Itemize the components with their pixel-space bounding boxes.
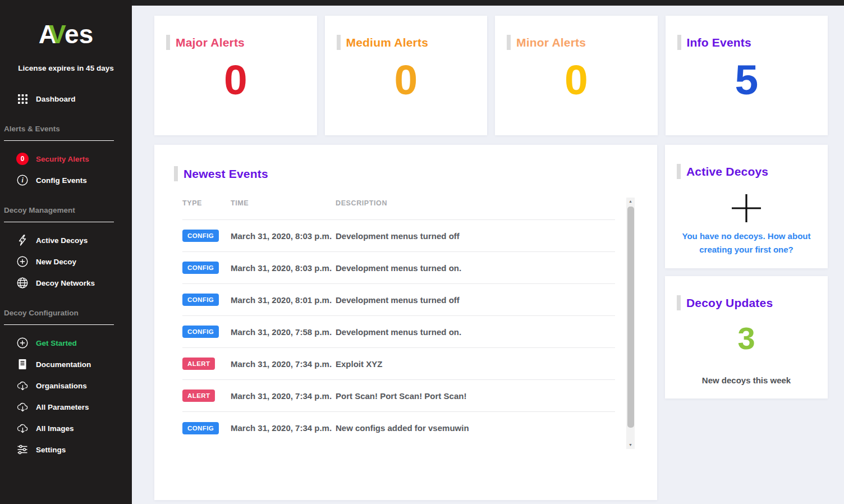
cloud-download-icon [16,379,29,392]
event-time: March 31, 2020, 7:34 p.m. [231,359,336,369]
logo-letters-es: es [65,20,93,49]
plus-circle-icon [16,337,29,349]
active-decoys-title: Active Decoys [686,165,768,178]
sidebar-item-label: Active Decoys [36,236,88,245]
decoy-updates-header: Decoy Updates [665,276,828,310]
events-table-header: TYPE TIME DESCRIPTION [182,199,615,220]
event-row: CONFIGMarch 31, 2020, 8:03 p.m.Developme… [182,252,615,284]
info-icon: i [16,174,29,186]
lightning-icon [16,234,29,246]
grid-icon [16,93,29,105]
event-time: March 31, 2020, 8:01 p.m. [231,295,336,305]
event-time: March 31, 2020, 7:34 p.m. [231,423,336,433]
decoy-updates-card: Decoy Updates 3 New decoys this week [665,276,828,398]
column-header-type: TYPE [182,199,231,207]
title-accent-bar [677,164,681,179]
info-events-card: Info Events5 [666,16,828,135]
sidebar-item-decoy-networks[interactable]: Decoy Networks [0,272,132,294]
sidebar-item-documentation[interactable]: Documentation [0,354,132,375]
event-type-badge: ALERT [182,390,215,402]
right-column: Active Decoys You have no decoys. How ab… [665,145,828,398]
event-row: ALERTMarch 31, 2020, 7:34 p.m.Exploit XY… [182,348,615,380]
event-row: CONFIGMarch 31, 2020, 8:01 p.m.Developme… [182,284,615,316]
decoy-updates-count: 3 [665,323,828,354]
events-panel-title: Newest Events [184,167,268,181]
stat-card-title: Info Events [687,36,751,49]
sidebar-item-config-events[interactable]: iConfig Events [0,169,132,191]
event-description: Development menus turned off [336,231,615,241]
sidebar-section-decoy-management: Decoy ManagementActive DecoysNew DecoyDe… [0,206,132,294]
sidebar-item-get-started[interactable]: Get Started [0,332,132,354]
sidebar-item-security-alerts[interactable]: 0Security Alerts [0,148,132,169]
sidebar-sections: Alerts & Events0Security AlertsiConfig E… [0,125,132,460]
stat-card-value: 0 [325,59,488,101]
column-header-description: DESCRIPTION [336,199,615,207]
logo-letter-v: V [49,20,65,49]
medium-alerts-card: Medium Alerts0 [325,16,488,135]
globe-icon [16,277,29,289]
events-scrollbar[interactable]: ▲ ▼ [626,198,635,449]
sidebar-item-label: Settings [36,446,66,454]
sidebar-section-decoy-configuration: Decoy ConfigurationGet StartedDocumentat… [0,309,132,460]
svg-text:i: i [22,177,24,184]
sidebar-item-new-decoy[interactable]: New Decoy [0,251,132,272]
main-row: Newest Events TYPE TIME DESCRIPTION CONF… [154,145,828,500]
sidebar: AVes License expires in 45 days Dashboar… [0,0,132,504]
event-description: Development menus turned on. [336,327,615,337]
plus-circle-icon [16,255,29,268]
sidebar-item-label: Config Events [36,176,87,185]
create-first-decoy-link[interactable]: You have no decoys. How about creating y… [680,230,813,256]
stats-row: Major Alerts0Medium Alerts0Minor Alerts0… [154,16,828,135]
event-description: Development menus turned on. [336,263,615,273]
sidebar-item-label: Documentation [36,360,91,369]
event-row: CONFIGMarch 31, 2020, 7:34 p.m.New confi… [182,412,615,444]
stat-card-title: Medium Alerts [346,36,429,49]
title-accent-bar [337,35,341,50]
dashboard-content: Major Alerts0Medium Alerts0Minor Alerts0… [132,6,844,500]
sidebar-item-organisations[interactable]: Organisations [0,375,132,396]
app-logo: AVes [0,21,132,47]
sidebar-item-dashboard[interactable]: Dashboard [0,88,132,109]
decoy-updates-title: Decoy Updates [686,296,773,310]
sidebar-item-label: All Parameters [36,403,89,411]
sidebar-item-all-parameters[interactable]: All Parameters [0,396,132,418]
event-type-badge: CONFIG [182,294,219,306]
sidebar-item-label: Get Started [36,339,77,347]
stat-card-header: Info Events [666,16,828,50]
event-row: ALERTMarch 31, 2020, 7:34 p.m.Port Scan!… [182,380,615,412]
sidebar-item-all-images[interactable]: All Images [0,418,132,439]
event-type-badge: CONFIG [182,230,219,242]
active-decoys-card: Active Decoys You have no decoys. How ab… [665,145,828,268]
sidebar-item-label: Organisations [36,382,87,390]
cloud-download-icon [16,422,29,434]
stat-card-value: 0 [495,59,658,101]
sidebar-item-label: Security Alerts [36,155,89,163]
section-title: Decoy Configuration [4,309,114,325]
title-accent-bar [174,166,178,181]
scrollbar-down-arrow-icon[interactable]: ▼ [626,441,635,449]
minor-alerts-card: Minor Alerts0 [495,16,658,135]
events-panel-header: Newest Events [154,145,657,181]
top-bar [132,0,844,6]
stat-card-value: 5 [666,59,828,101]
event-type-badge: ALERT [182,358,215,370]
scrollbar-thumb[interactable] [627,207,634,428]
event-time: March 31, 2020, 8:03 p.m. [231,231,336,241]
title-accent-bar [677,35,681,50]
stat-card-title: Minor Alerts [516,36,586,49]
stat-card-value: 0 [154,59,317,101]
main-area: Major Alerts0Medium Alerts0Minor Alerts0… [132,0,844,500]
create-decoy-plus-icon[interactable] [665,194,828,223]
section-title: Alerts & Events [4,125,114,141]
stat-card-header: Major Alerts [154,16,317,50]
scrollbar-up-arrow-icon[interactable]: ▲ [626,198,635,205]
sidebar-item-active-decoys[interactable]: Active Decoys [0,230,132,251]
event-description: Exploit XYZ [336,359,615,369]
alert-badge-icon: 0 [16,153,29,165]
event-time: March 31, 2020, 8:03 p.m. [231,263,336,273]
event-description: Development menus turned off [336,295,615,305]
event-time: March 31, 2020, 7:34 p.m. [231,391,336,401]
sidebar-item-label: Dashboard [36,95,76,103]
sidebar-item-settings[interactable]: Settings [0,439,132,460]
document-icon [16,358,29,370]
